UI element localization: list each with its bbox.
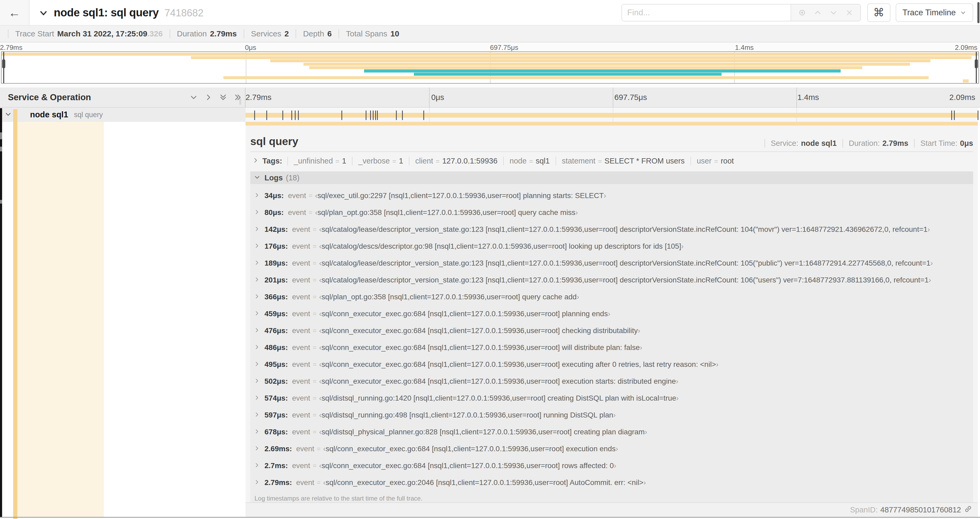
scrollbar-thumb[interactable] [977,2,980,23]
logs-count: (18) [286,174,299,182]
log-quote-open: ‹ [319,259,321,267]
log-equals: = [313,361,317,368]
log-row[interactable]: 495μs: event = ‹sql/conn_executor_exec.g… [250,356,973,373]
keyboard-shortcuts-button[interactable]: ⌘ [867,3,891,22]
log-value: sql/plan_opt.go:358 [nsql1,client=127.0.… [317,208,575,217]
tag-key: node [509,156,527,165]
view-selector-button[interactable]: Trace Timeline [896,3,973,22]
log-row[interactable]: 678μs: event = ‹sql/distsql_physical_pla… [250,423,973,441]
tag-equals: = [436,157,440,165]
log-quote-close: › [577,293,579,301]
meta-label: Duration: [849,139,880,148]
prev-match-icon[interactable] [813,8,822,18]
log-row[interactable]: 80μs: event = ‹sql/plan_opt.go:358 [nsql… [250,204,973,221]
log-key: event [292,326,310,335]
tag-item: _verbose = 1 [352,156,409,165]
log-timestamp: 2.69ms: [264,445,292,453]
log-value: sql/distsql_running.go:1420 [nsql1,clien… [322,394,676,402]
log-key: event [288,192,306,200]
chevron-right-icon [254,242,260,251]
span-duration-bar[interactable] [245,113,978,118]
chevron-right-icon [252,156,259,165]
log-timestamp: 366μs: [264,293,288,301]
tag-equals: = [598,157,602,165]
chevron-down-icon [254,174,260,182]
view-selector-label: Trace Timeline [902,8,956,18]
trace-info-item: Total Spans 10 [339,29,406,38]
find-input[interactable] [622,5,791,21]
collapse-all-icon[interactable] [219,93,227,101]
log-equals: = [313,394,317,402]
tag-item: _unfinished = 1 [287,156,352,165]
chevron-down-icon[interactable] [39,9,48,19]
log-quote-close: › [604,192,606,200]
log-row[interactable]: 2.69ms: event = ‹sql/conn_executor_exec.… [250,441,973,457]
log-row[interactable]: 502μs: event = ‹sql/conn_executor_exec.g… [250,373,973,390]
log-tick-mark [423,110,424,120]
log-row[interactable]: 142μs: event = ‹sql/catalog/lease/descri… [250,221,973,238]
log-row[interactable]: 486μs: event = ‹sql/conn_executor_exec.g… [250,339,973,356]
chevron-right-icon [254,192,260,200]
log-quote-open: ‹ [319,242,321,250]
tags-accordion[interactable]: Tags: _unfinished = 1 _verbose = 1 [250,152,973,169]
back-button[interactable]: ← [0,0,30,25]
log-tick-mark [266,110,267,120]
log-row[interactable]: 597μs: event = ‹sql/distsql_running.go:4… [250,407,973,423]
chevron-right-icon [254,310,260,318]
log-row[interactable]: 476μs: event = ‹sql/conn_executor_exec.g… [250,322,973,339]
log-quote-open: ‹ [319,310,321,318]
service-color-strip [13,109,18,519]
logs-header[interactable]: Logs (18) [250,171,973,184]
log-equals: = [313,327,317,334]
find-group [622,4,861,21]
log-row[interactable]: 201μs: event = ‹sql/catalog/lease/descri… [250,271,973,289]
link-icon[interactable] [964,505,973,515]
trace-info-item: Trace Start March 31 2022, 17:25:09.326 [8,29,170,38]
trace-title-group: node sql1: sql query 7418682 [39,6,204,19]
span-timeline-cell[interactable] [245,108,978,122]
tag-value: 127.0.0.1:59936 [442,156,498,165]
log-key: event [292,310,310,318]
clear-find-icon[interactable] [845,8,854,18]
log-key: event [292,462,310,470]
log-equals: = [309,192,312,200]
log-timestamp: 2.7ms: [264,462,288,470]
focus-target-icon[interactable] [797,8,807,18]
chevron-right-icon [254,343,260,352]
command-icon: ⌘ [873,6,885,19]
chevron-down-icon[interactable] [5,111,11,119]
collapse-one-icon[interactable] [190,93,197,101]
detail-span-bar[interactable] [245,122,978,126]
minimap-canvas[interactable] [1,51,979,84]
next-match-icon[interactable] [829,8,838,18]
log-row[interactable]: 2.79ms: event = ‹sql/conn_executor_exec.… [250,474,973,491]
page-title: node sql1: sql query [54,6,159,19]
minimap-right-scrubber[interactable] [976,52,977,83]
log-value: sql/distsql_physical_planner.go:828 [nsq… [322,428,645,436]
trace-id: 7418682 [164,7,204,19]
log-value: sql/exec_util.go:2297 [nsql1,client=127.… [317,192,603,200]
log-row[interactable]: 176μs: event = ‹sql/catalog/descs/descri… [250,238,973,255]
span-name-cell[interactable]: node sql1 sql query [0,108,245,122]
log-tick-mark [291,110,292,120]
log-row[interactable]: 574μs: event = ‹sql/distsql_running.go:1… [250,390,973,407]
log-row[interactable]: 459μs: event = ‹sql/conn_executor_exec.g… [250,305,973,322]
tag-item: node = sql1 [503,156,555,165]
log-equals: = [309,209,312,216]
log-quote-close: › [613,411,616,419]
log-row[interactable]: 34μs: event = ‹sql/exec_util.go:2297 [ns… [250,187,973,204]
log-row[interactable]: 2.7ms: event = ‹sql/conn_executor_exec.g… [250,457,973,474]
column-resizer-grip[interactable]: ∥ [239,97,242,105]
logs-accordion: Logs (18) 34μs: event = ‹sql/exec_util.g… [250,171,973,506]
minimap-left-scrubber[interactable] [3,52,4,83]
log-row[interactable]: 189μs: event = ‹sql/catalog/lease/descri… [250,255,973,271]
log-quote-open: ‹ [319,411,321,419]
log-row[interactable]: 366μs: event = ‹sql/plan_opt.go:358 [nsq… [250,289,973,305]
log-key: event [292,411,310,419]
log-tick-mark [366,110,366,120]
log-tick-mark [377,110,378,120]
expand-one-icon[interactable] [204,93,212,101]
log-quote-close: › [676,394,679,402]
log-key: event [296,445,314,453]
log-tick-mark [298,110,299,120]
